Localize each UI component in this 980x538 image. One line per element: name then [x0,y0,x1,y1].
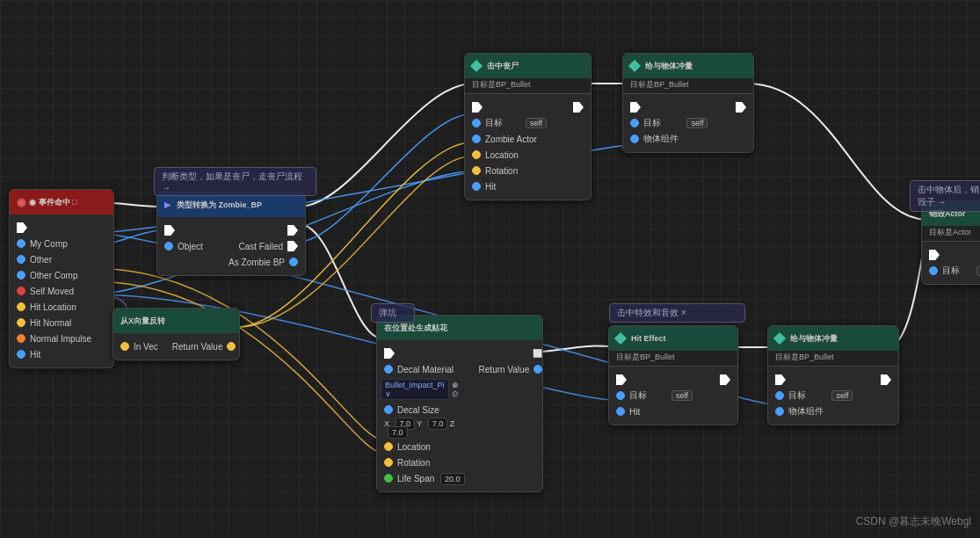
hitz-exec-in [465,99,554,115]
cast-object-pin [164,242,173,251]
dest-target-pin [929,266,938,275]
node-hit-effect-header: Hit Effect [609,326,737,351]
node-impulse1-sub: 目标是BP_Bullet [623,78,753,94]
cast-exec-out-pin [287,225,298,236]
decal-lifespan-pin [384,474,393,483]
imp1-exec-out-pin [736,102,746,113]
comment-crater: 弹坑 [371,303,415,323]
comment-judge: 判断类型，如果是丧尸，走丧尸流程 → [154,167,316,196]
hitlocation-pin [17,302,25,311]
imp1-target: 目标 self [623,115,715,131]
cast-exec-in-pin [164,225,175,236]
decal-material: Decal Material [377,361,472,377]
decal-exec-in-pin [384,348,395,359]
node-spawn-decal[interactable]: 在位置处生成贴花 Decal Material Bullet_Impact_Pi… [376,315,543,492]
decal-size-pin [384,405,393,414]
node-impulse1-header: 给与物体冲量 [623,54,753,78]
othercomp-pin [17,271,25,280]
node-apply-impulse2[interactable]: 给与物体冲量 目标是BP_Bullet 目标 self 物体组件 [767,325,899,425]
node-event-hit: Hit [10,346,113,362]
selfmoved-pin [17,287,25,295]
comment-destroy: 击中物体后，销毁子 → [910,180,980,212]
dest-target: 目标 self [922,263,980,279]
node-event-header: ◉ ◉ 事件命中 □ [10,190,113,214]
node-reverse-x[interactable]: 从X向量反转 In Vec Return Value [113,308,240,360]
decal-rotation-pin [384,458,393,467]
hit-pin [17,350,25,359]
imp2-exec-out-pin [881,374,891,385]
imp2-exec-in [768,372,860,388]
hitz-exec-out [554,99,591,115]
node-event-hitnormal: Hit Normal [10,315,113,331]
decal-location: Location [377,439,472,454]
imp2-exec-out [860,372,898,388]
imp2-target: 目标 self [768,388,860,404]
imp2-component-pin [775,407,784,416]
cast-failed-pin [287,241,298,251]
decal-size: Decal Size [377,402,472,418]
reverse-returnval-pin-row: Return Value [165,338,243,354]
exec-out-pin [17,222,27,233]
node-event-normalimpulse: Normal Impulse [10,331,113,346]
decal-location-pin [384,442,393,451]
decal-material-pin [384,365,393,374]
decal-rotation: Rotation [377,454,472,470]
imp1-exec-out [715,99,753,115]
node-reverse-x-header: 从X向量反转 [113,309,239,333]
node-apply-impulse1[interactable]: 给与物体冲量 目标是BP_Bullet 目标 self 物体组件 [622,53,754,153]
decal-exec-in [377,345,472,361]
returnval-pin [227,342,236,351]
blueprint-canvas: 判断类型，如果是丧尸，走丧尸流程 → 弹坑 击中特效和音效 × 击中物体后，销毁… [0,0,980,538]
he-target: 目标 self [609,388,700,404]
node-destroy-sub: 目标是Actor [922,226,980,242]
decal-return-pin [534,365,542,374]
hitz-location: Location [465,147,554,163]
decal-return: Return Value [472,361,550,377]
hitz-actor: Zombie Actor [465,131,554,147]
he-exec-in [609,372,700,388]
imp1-exec-in-pin [630,102,641,113]
hitz-target-pin [472,119,481,127]
node-hit-zombie[interactable]: 击中丧尸 目标是BP_Bullet 目标 self Zombie Actor [464,53,592,200]
hitz-hit-pin [472,182,481,191]
hitz-target: 目标 self [465,115,554,131]
dest-exec-in-pin [929,250,940,260]
hitz-rotation-pin [472,166,481,175]
normalimpulse-pin [17,334,25,343]
cast-object-in: Object [157,238,221,254]
mycomp-pin [17,239,25,248]
node-event-selfmoved: Self Moved [10,283,113,299]
decal-size-values: X 7.0 Y 7.0 Z 7.0 [377,418,472,439]
cast-exec-out [221,222,305,238]
hitnormal-pin [17,318,25,327]
imp2-component: 物体组件 [768,404,860,419]
reverse-invec-pin-row: In Vec [113,338,165,354]
node-destroy[interactable]: 销毁Actor 目标是Actor 目标 self [921,200,980,285]
imp1-component: 物体组件 [623,131,715,147]
imp1-target-pin [630,119,639,127]
decal-exec-out: ⬜ [472,345,550,361]
node-event-other: Other [10,251,113,267]
node-event-hitlocation: Hit Location [10,299,113,315]
he-exec-in-pin [616,374,627,385]
he-target-pin [616,391,625,400]
cast-failed-out: Cast Failed [221,238,305,254]
decal-material-value: Bullet_Impact_Pi ∨ ⊕ ⊙ [377,377,472,402]
node-cast-zombie[interactable]: ▶ 类型转换为 Zombie_BP Object [156,192,306,276]
other-pin [17,255,25,264]
he-exec-out-pin [720,374,730,385]
cast-result-out: As Zombie BP [221,254,305,270]
he-exec-out [700,372,737,388]
node-cast-header: ▶ 类型转换为 Zombie_BP [157,193,305,217]
node-event-mycomp: My Comp [10,236,113,251]
node-event-exec-out [10,220,113,236]
node-impulse2-header: 给与物体冲量 [768,326,898,351]
he-hit-pin [616,407,625,416]
node-event[interactable]: ◉ ◉ 事件命中 □ My Comp Other Other Comp Self… [9,189,114,368]
node-hit-effect[interactable]: Hit Effect 目标是BP_Bullet 目标 self Hit [608,325,738,425]
invec-pin [120,342,129,351]
cast-exec-in [157,222,221,238]
hitz-actor-pin [472,134,481,143]
hitz-exec-in-pin [472,102,483,113]
hitz-hit: Hit [465,178,554,194]
